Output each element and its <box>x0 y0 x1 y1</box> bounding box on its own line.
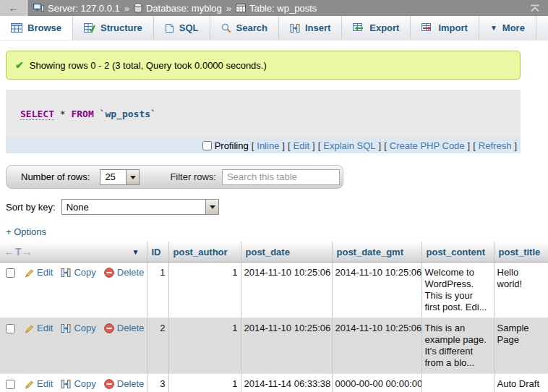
delete-icon <box>104 268 114 278</box>
edit-row-action[interactable]: Edit <box>24 378 53 390</box>
pencil-icon <box>24 268 34 278</box>
tab-browse[interactable]: Browse <box>0 16 73 40</box>
cell-post-date: 2014-11-10 10:25:06 <box>241 318 332 374</box>
delete-link[interactable]: Delete <box>117 378 145 390</box>
row-checkbox[interactable] <box>6 324 15 333</box>
table-search-input[interactable] <box>222 169 340 185</box>
cell-post-title: Hello world! <box>494 263 548 318</box>
breadcrumb-separator: » <box>226 3 231 14</box>
tab-sql-label: SQL <box>179 22 199 33</box>
cell-post-author: 1 <box>168 318 241 374</box>
transpose-icon[interactable]: ←T→ <box>4 246 33 257</box>
cell-post-content: Welcome to WordPress. This is your first… <box>421 263 494 318</box>
column-header-id[interactable]: ID <box>147 242 168 263</box>
row-checkbox[interactable] <box>6 268 15 278</box>
profiling-toggle[interactable]: Profiling <box>202 140 249 151</box>
header-row: ←T→ ▼ ID post_author post_date post_date… <box>0 242 548 263</box>
tab-structure[interactable]: Structure <box>73 16 154 40</box>
query-options-bar: Profiling [ Inline ] [ Edit ] [ Explain … <box>6 137 521 153</box>
bracket: ] <box>312 140 315 151</box>
server-icon <box>33 3 44 13</box>
edit-link[interactable]: Edit <box>37 267 53 278</box>
sql-star: * <box>60 108 66 119</box>
delete-row-action[interactable]: Delete <box>104 323 145 334</box>
copy-link[interactable]: Copy <box>74 323 95 334</box>
copy-row-action[interactable]: Copy <box>61 323 95 334</box>
edit-row-action[interactable]: Edit <box>24 267 53 278</box>
cell-id: 3 <box>147 374 168 392</box>
database-icon <box>134 3 142 13</box>
breadcrumb-database[interactable]: Database: myblog <box>134 3 222 14</box>
explain-sql-link[interactable]: Explain SQL <box>323 140 375 151</box>
breadcrumb: Server: 127.0.0.1 » Database: myblog » T… <box>27 3 317 14</box>
delete-link[interactable]: Delete <box>117 323 145 334</box>
breadcrumb-table-label: Table: wp_posts <box>249 3 317 14</box>
breadcrumb-separator: » <box>124 3 129 14</box>
column-header-actions: ←T→ ▼ <box>0 242 147 263</box>
back-button[interactable]: ← <box>0 0 27 16</box>
import-icon <box>421 23 433 33</box>
sort-key-select[interactable]: None <box>62 200 218 214</box>
tab-import[interactable]: Import <box>411 16 479 40</box>
row-checkbox[interactable] <box>6 380 15 389</box>
bracket: ] <box>282 140 285 151</box>
inline-link[interactable]: Inline <box>257 140 279 151</box>
column-header-post-author[interactable]: post_author <box>168 242 241 263</box>
sort-caret-icon[interactable]: ▼ <box>132 248 144 256</box>
rows-per-page-select[interactable]: 25 <box>100 170 139 184</box>
sql-query-box: SELECT * FROM `wp_posts` Profiling [ Inl… <box>6 90 521 153</box>
delete-link[interactable]: Delete <box>117 267 145 278</box>
delete-row-action[interactable]: Delete <box>104 267 145 278</box>
tab-more[interactable]: ▼ More <box>479 16 536 40</box>
column-header-post-date-gmt[interactable]: post_date_gmt <box>332 242 421 263</box>
edit-row-action[interactable]: Edit <box>24 323 53 334</box>
row-actions: Edit Copy Delete <box>3 378 144 390</box>
sql-keyword-from: FROM <box>71 108 93 119</box>
column-header-post-date[interactable]: post_date <box>241 242 332 263</box>
tab-insert[interactable]: Insert <box>279 16 342 40</box>
breadcrumb-table[interactable]: Table: wp_posts <box>236 3 317 14</box>
edit-link[interactable]: Edit <box>37 323 53 334</box>
profiling-checkbox[interactable] <box>202 141 212 150</box>
copy-icon <box>61 323 71 333</box>
bracket: [ <box>384 140 387 151</box>
tab-import-label: Import <box>438 22 467 33</box>
cell-post-author: 1 <box>168 374 241 392</box>
copy-row-action[interactable]: Copy <box>61 267 95 278</box>
edit-link[interactable]: Edit <box>37 378 53 390</box>
sort-row: Sort by key: None <box>6 197 548 216</box>
copy-icon <box>61 379 71 389</box>
create-php-code-link[interactable]: Create PHP Code <box>390 140 465 151</box>
success-message: ✔ Showing rows 0 - 2 (3 total, Query too… <box>6 51 521 80</box>
breadcrumb-server[interactable]: Server: 127.0.0.1 <box>33 3 120 14</box>
column-header-post-title[interactable]: post_title <box>494 242 548 263</box>
copy-link[interactable]: Copy <box>74 267 95 278</box>
tab-search[interactable]: Search <box>210 16 279 40</box>
row-actions: Edit Copy Delete <box>3 323 144 334</box>
tab-export[interactable]: Export <box>342 16 411 40</box>
bracket: [ <box>252 140 254 151</box>
sql-keyword-select[interactable]: SELECT <box>20 108 54 120</box>
tab-sql[interactable]: SQL <box>154 16 210 40</box>
bracket: ] <box>468 140 471 151</box>
sql-icon <box>165 23 174 33</box>
cell-post-date-gmt: 2014-11-10 10:25:06 <box>332 318 421 374</box>
bracket: [ <box>318 140 321 151</box>
column-header-post-content[interactable]: post_content <box>421 242 494 263</box>
edit-query-link[interactable]: Edit <box>294 140 309 151</box>
success-message-text: Showing rows 0 - 2 (3 total, Query took … <box>30 60 267 71</box>
refresh-link[interactable]: Refresh <box>479 140 512 151</box>
export-icon <box>353 23 364 33</box>
bracket: [ <box>473 140 476 151</box>
options-toggle-link[interactable]: + Options <box>6 226 46 237</box>
delete-row-action[interactable]: Delete <box>104 378 145 390</box>
number-of-rows-label: Number of rows: <box>21 171 90 182</box>
pencil-icon <box>24 323 34 333</box>
success-check-icon: ✔ <box>15 59 24 71</box>
collapse-panel-icon[interactable] <box>529 4 541 12</box>
copy-link[interactable]: Copy <box>74 378 95 390</box>
cell-post-date-gmt: 2014-11-10 10:25:06 <box>332 263 421 318</box>
copy-row-action[interactable]: Copy <box>61 378 95 390</box>
back-arrow-icon: ← <box>9 2 19 14</box>
tab-structure-label: Structure <box>100 22 142 33</box>
